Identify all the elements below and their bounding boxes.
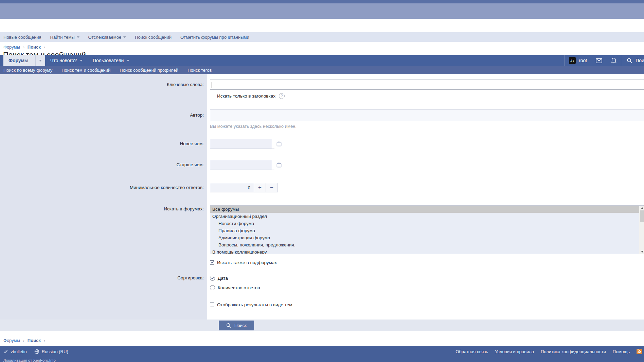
min-replies-label: Минимальное количество ответов:: [0, 183, 207, 192]
footer-link-contact[interactable]: Обратная связь: [455, 349, 488, 354]
titles-only-option: Искать только в заголовках ?: [210, 92, 644, 99]
older-than-calendar-button[interactable]: [272, 160, 286, 170]
breadcrumb-search-link[interactable]: Поиск: [28, 338, 41, 343]
form-submit-bar: Поиск: [0, 320, 644, 331]
tab-members[interactable]: Пользователи: [88, 55, 135, 66]
forum-option[interactable]: Вопросы, пожелания, предложения.: [210, 241, 639, 248]
quicklink-watched[interactable]: Отслеживаемое: [88, 35, 126, 40]
style-chooser[interactable]: vbulletin: [3, 349, 27, 354]
author-input[interactable]: [210, 109, 644, 121]
subforums-checkbox[interactable]: [210, 260, 214, 265]
decrement-button[interactable]: −: [266, 183, 278, 192]
avatar[interactable]: #:: [569, 57, 576, 64]
tab-whats-new[interactable]: Что нового?: [45, 55, 88, 66]
subforums-label: Искать также в подфорумах: [217, 260, 277, 265]
subnav-search-tags[interactable]: Поиск тегов: [187, 68, 212, 73]
sort-by-replies-option: Количество ответов: [210, 284, 644, 291]
subforums-option: Искать также в подфорумах: [210, 259, 644, 266]
rss-icon[interactable]: [637, 349, 642, 354]
header-spacer: [0, 19, 644, 32]
breadcrumb-forums-link[interactable]: Форумы: [3, 338, 20, 343]
older-than-label: Старше чем:: [0, 160, 207, 170]
question-circle-icon[interactable]: ?: [279, 93, 285, 99]
scroll-up-arrow-icon[interactable]: [641, 206, 644, 210]
inbox-button[interactable]: [591, 55, 607, 66]
calendar-icon: [276, 162, 282, 168]
keywords-input[interactable]: [210, 80, 644, 90]
tab-forums-dropdown[interactable]: [35, 55, 45, 66]
page-title: Поиск тем и сообщений: [3, 51, 641, 55]
footer-link-help[interactable]: Помощь: [613, 349, 630, 354]
quicklink-label: Поиск сообщений: [135, 35, 172, 40]
forums-scrollbar[interactable]: [639, 206, 644, 254]
keywords-row: Ключевые слова: Искать только в заголовк…: [0, 80, 644, 99]
sort-replies-radio[interactable]: [210, 285, 215, 290]
older-than-input[interactable]: [210, 160, 272, 170]
footer-link-terms[interactable]: Условия и правила: [495, 349, 534, 354]
check-icon: [211, 277, 214, 280]
localization-credit[interactable]: Локализация от XenForo.Info: [3, 358, 641, 362]
breadcrumb-forums-link[interactable]: Форумы: [3, 45, 20, 50]
style-chooser-label: vbulletin: [11, 349, 27, 354]
language-chooser[interactable]: Russian (RU): [34, 349, 68, 354]
chevron-down-icon: [39, 60, 42, 62]
forum-option[interactable]: Все форумы: [210, 206, 639, 213]
scrollbar-thumb[interactable]: [640, 210, 644, 222]
titles-only-label: Искать только в заголовках: [217, 93, 275, 99]
footer-link-privacy[interactable]: Политика конфиденциальности: [541, 349, 606, 354]
results-as-threads-checkbox[interactable]: [210, 303, 214, 307]
breadcrumb-bottom: Форумы › Поиск ›: [0, 335, 644, 344]
subnav-search-everything[interactable]: Поиск по всему форуму: [3, 68, 52, 73]
tab-label: Что нового?: [50, 58, 77, 63]
alerts-button[interactable]: [607, 55, 621, 66]
author-row: Автор: Вы можете указать здесь несколько…: [0, 109, 644, 129]
results-as-threads-label: Отображать результаты в виде тем: [217, 302, 292, 307]
chevron-down-icon: [80, 60, 83, 62]
subnav-search-threads[interactable]: Поиск тем и сообщений: [61, 68, 110, 73]
breadcrumb-separator: ›: [23, 45, 24, 50]
header-banner: [0, 3, 644, 19]
navbar-search[interactable]: Поиск: [621, 55, 644, 66]
quicklink-label: Отслеживаемое: [88, 35, 122, 40]
forum-option[interactable]: Правила форума: [210, 227, 639, 234]
increment-button[interactable]: +: [254, 183, 266, 192]
forums-option-list: Все форумы Организационный раздел Новост…: [210, 206, 639, 254]
envelope-icon: [596, 58, 602, 63]
globe-icon: [34, 349, 39, 354]
forum-option[interactable]: Администрация форума: [210, 234, 639, 241]
chevron-down-icon: [123, 36, 126, 38]
search-subnav: Поиск по всему форуму Поиск тем и сообще…: [0, 66, 644, 74]
language-chooser-label: Russian (RU): [42, 349, 68, 354]
quicklink-new-posts[interactable]: Новые сообщения: [3, 35, 41, 40]
quicklink-label: Отметить форумы прочитанными: [180, 35, 249, 40]
breadcrumb-separator: ›: [23, 338, 24, 343]
account-menu[interactable]: #: root: [565, 55, 591, 66]
text-cursor: [212, 82, 212, 88]
breadcrumb: Форумы › Поиск ›: [0, 42, 644, 51]
newer-than-control: [210, 139, 274, 149]
search-form: Ключевые слова: Искать только в заголовк…: [0, 74, 644, 331]
newer-than-calendar-button[interactable]: [272, 139, 286, 149]
footer-spacer: [0, 331, 644, 335]
forum-option[interactable]: Организационный раздел: [210, 213, 639, 220]
sort-date-radio[interactable]: [210, 276, 215, 281]
search-submit-button[interactable]: Поиск: [219, 321, 254, 330]
titles-only-checkbox[interactable]: [210, 94, 214, 98]
breadcrumb-search-link[interactable]: Поиск: [28, 45, 41, 50]
quicklink-mark-forums-read[interactable]: Отметить форумы прочитанными: [180, 35, 249, 40]
newer-than-input[interactable]: [210, 139, 272, 149]
quicklink-search-posts[interactable]: Поиск сообщений: [135, 35, 172, 40]
forum-option[interactable]: В помощь коллекционеру: [210, 248, 639, 254]
forums-label: Искать в форумах:: [0, 205, 207, 212]
forums-multiselect[interactable]: Все форумы Организационный раздел Новост…: [210, 205, 644, 254]
scroll-down-arrow-icon[interactable]: [641, 249, 644, 254]
page-title-clipped: Поиск тем и сообщений: [0, 51, 644, 55]
footer-links: Обратная связь Условия и правила Политик…: [455, 349, 642, 354]
subnav-search-profile-posts[interactable]: Поиск сообщений профилей: [120, 68, 178, 73]
keywords-label: Ключевые слова:: [0, 80, 207, 90]
forum-option[interactable]: Новости форума: [210, 220, 639, 227]
quicklink-find-threads[interactable]: Найти темы: [50, 35, 79, 40]
main-navbar: Форумы Что нового? Пользователи #: root: [0, 55, 644, 66]
tab-forums[interactable]: Форумы: [3, 55, 45, 66]
min-replies-input[interactable]: [210, 183, 254, 192]
